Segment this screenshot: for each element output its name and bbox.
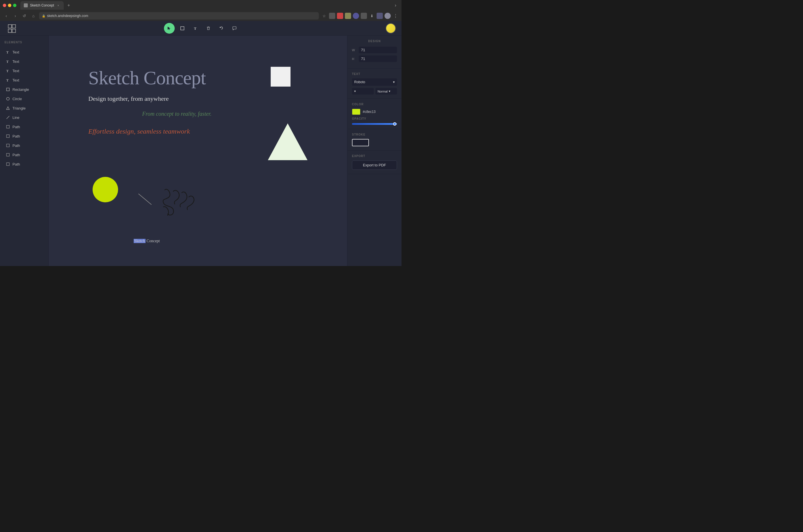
svg-rect-14	[6, 135, 10, 137]
toolbar-right	[386, 23, 396, 33]
profile-icon[interactable]	[377, 13, 383, 19]
text-tool-button[interactable]: T	[190, 23, 201, 34]
extension-icon1[interactable]	[329, 13, 335, 19]
sidebar-item-label: Path	[13, 125, 20, 129]
extension-icon3[interactable]	[345, 13, 351, 19]
undo-button[interactable]	[216, 23, 227, 34]
svg-rect-3	[12, 29, 16, 33]
text-weight-select[interactable]: ▾	[352, 88, 374, 95]
design-panel-header: DESIGN	[348, 36, 401, 43]
export-pdf-button[interactable]: Export to PDF	[352, 160, 397, 170]
comment-tool-button[interactable]	[229, 23, 240, 34]
font-chevron-icon: ▾	[393, 80, 395, 84]
sidebar-item-text3[interactable]: T Text	[1, 66, 47, 75]
sidebar-item-text4[interactable]: T Text	[1, 76, 47, 84]
sidebar-item-label: Path	[13, 153, 20, 157]
svg-text:T: T	[6, 50, 9, 54]
sidebar-item-label: Circle	[13, 97, 22, 101]
sidebar-item-rectangle[interactable]: Rectangle	[1, 85, 47, 94]
sidebar-item-path3[interactable]: Path	[1, 141, 47, 150]
stroke-section-label: STROKE	[352, 133, 397, 136]
canvas-path-scribble[interactable]	[156, 184, 202, 219]
canvas-rectangle-shape[interactable]	[271, 67, 291, 87]
svg-rect-13	[6, 125, 10, 128]
opacity-handle[interactable]	[393, 122, 396, 126]
svg-rect-2	[12, 25, 16, 28]
sidebar-item-path2[interactable]: Path	[1, 132, 47, 141]
new-tab-button[interactable]: +	[65, 1, 73, 10]
back-button[interactable]: ‹	[3, 13, 10, 19]
sidebar-item-text1[interactable]: T Text	[1, 48, 47, 57]
bookmark-icon[interactable]: ☆	[321, 13, 327, 19]
traffic-light-green[interactable]	[13, 4, 16, 7]
width-label: W	[352, 49, 356, 52]
tab-favicon	[24, 3, 28, 7]
toolbar-left	[6, 22, 18, 35]
address-bar[interactable]: 🔒 sketch.anshdeepsingh.com	[39, 12, 319, 20]
user-avatar-icon[interactable]	[385, 13, 391, 19]
tab-close-button[interactable]: ×	[56, 3, 60, 7]
download-icon[interactable]: ⬇	[369, 13, 375, 19]
canvas-line-shape[interactable]	[138, 193, 151, 205]
canvas-bottom-text[interactable]: Sketch Concept	[134, 239, 160, 243]
browser-menu-button[interactable]: ⋮	[392, 13, 399, 19]
text-icon: T	[6, 69, 10, 73]
sidebar-item-path1[interactable]: Path	[1, 122, 47, 131]
forward-button[interactable]: ›	[12, 13, 19, 19]
height-input[interactable]: 71	[359, 55, 397, 62]
color-hex-value: #c8ec13	[363, 110, 375, 114]
active-tab[interactable]: Sketch Concept ×	[20, 1, 64, 10]
rectangle-icon	[6, 87, 10, 92]
canvas-area[interactable]: Sketch Concept Design together, from any…	[49, 36, 347, 266]
app-wrapper: T	[0, 21, 401, 266]
overflow-button[interactable]: ›	[392, 2, 399, 8]
canvas-triangle-shape[interactable]	[268, 124, 307, 160]
svg-rect-4	[181, 26, 184, 30]
sidebar-item-path5[interactable]: Path	[1, 159, 47, 169]
user-avatar[interactable]	[386, 23, 396, 33]
color-swatch[interactable]	[352, 109, 360, 115]
delete-tool-button[interactable]	[203, 23, 214, 34]
text-style-select[interactable]: Normal ▾	[375, 88, 397, 95]
canvas-subtitle[interactable]: Design together, from anywhere	[88, 95, 169, 102]
stroke-preview[interactable]	[352, 139, 369, 146]
canvas-red-text[interactable]: Effortless design, seamless teamwork	[88, 128, 190, 135]
sidebar-item-text2[interactable]: T Text	[1, 57, 47, 66]
traffic-light-yellow[interactable]	[8, 4, 11, 7]
export-section: EXPORT Export to PDF	[348, 151, 401, 174]
width-input[interactable]: 71	[359, 47, 397, 53]
sidebar-item-label: Path	[13, 162, 20, 166]
text-icon: T	[6, 50, 10, 54]
traffic-light-red[interactable]	[3, 4, 6, 7]
extension-icon2[interactable]	[337, 13, 343, 19]
traffic-lights	[3, 4, 16, 7]
home-button[interactable]: ⌂	[30, 13, 37, 19]
svg-text:T: T	[6, 59, 9, 63]
highlighted-text: Sketch	[134, 239, 146, 243]
text-section-label: TEXT	[352, 73, 397, 76]
sidebar-item-line[interactable]: Line	[1, 113, 47, 122]
canvas-circle-shape[interactable]	[93, 177, 118, 202]
color-row: #c8ec13	[352, 109, 397, 115]
sidebar-header: ELEMENTS	[0, 38, 49, 47]
sidebar-item-triangle[interactable]: Triangle	[1, 103, 47, 113]
extension-icon5[interactable]	[361, 13, 367, 19]
height-label: H	[352, 57, 356, 60]
sidebar-item-label: Rectangle	[13, 88, 29, 92]
sidebar-item-path4[interactable]: Path	[1, 150, 47, 159]
toolbar-center: T	[164, 23, 240, 34]
select-tool-button[interactable]	[164, 23, 175, 34]
font-select[interactable]: Roboto ▾	[352, 78, 397, 86]
reload-button[interactable]: ↺	[21, 13, 28, 19]
export-section-label: EXPORT	[352, 154, 397, 158]
sidebar-item-circle[interactable]: Circle	[1, 94, 47, 103]
rectangle-tool-button[interactable]	[177, 23, 188, 34]
path-icon	[6, 134, 10, 138]
opacity-slider[interactable]	[352, 123, 397, 125]
canvas-title[interactable]: Sketch Concept	[88, 67, 206, 89]
svg-point-11	[6, 97, 10, 100]
canvas-tagline[interactable]: From concept to reality, faster.	[142, 111, 211, 117]
extension-icon4[interactable]	[353, 13, 359, 19]
sidebar-item-label: Text	[13, 78, 19, 82]
svg-rect-17	[6, 163, 10, 166]
